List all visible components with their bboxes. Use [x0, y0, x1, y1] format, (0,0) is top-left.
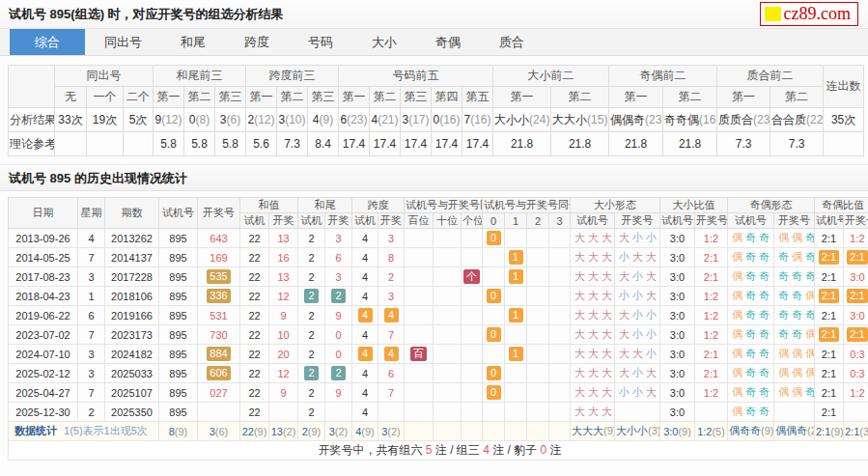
tab-zonghe[interactable]: 综合 [10, 29, 85, 55]
shape-char: 小 [632, 290, 646, 301]
shape-char: 奇 [759, 290, 772, 301]
cell-dx-ratio-shiji: 3:0 [660, 383, 695, 403]
cell-same-pos-bai [405, 383, 434, 403]
cell-hezhi-shiji: 22 [240, 325, 269, 345]
tab-hewei[interactable]: 和尾 [161, 29, 225, 55]
shape-char: 小 [632, 386, 646, 398]
cell-dx-ratio-shiji: 3:0 [660, 267, 695, 287]
cell-haoma-1: 17.4 [339, 132, 370, 156]
cell-same-pos-ge [462, 345, 483, 364]
t1-subheader: 第二 [370, 87, 401, 108]
cell-kuadu-2: 3(10) [277, 108, 308, 132]
shape-char: 大 [574, 309, 588, 321]
cell-issue: 2023173 [105, 325, 159, 345]
tab-daxiao[interactable]: 大小 [352, 29, 416, 55]
cell-shiji-no: 895 [159, 325, 198, 345]
tab-tongchuhao[interactable]: 同出号 [85, 29, 161, 55]
shape-char: 大 [588, 386, 602, 398]
count: (17) [408, 113, 429, 126]
cell-kuadu-shiji: 4 [352, 287, 378, 306]
count: (9) [308, 426, 321, 437]
tab-kuadu[interactable]: 跨度 [225, 29, 289, 55]
cell-hewei-1: 5.8 [154, 132, 184, 156]
t2-header-大小形态: 大小形态 [571, 198, 660, 213]
table-row: 2019-06-226201916689553122929441大大大大小小3:… [9, 306, 868, 325]
value: 13 [271, 426, 283, 437]
tab-jiou[interactable]: 奇偶 [416, 29, 480, 55]
cell-hewei-kai: 9 [325, 383, 352, 403]
shape-pattern: 大大小 [619, 348, 659, 359]
cell-hezhi-shiji: 22 [240, 345, 269, 364]
shape-char: 奇 [759, 348, 772, 359]
match-badge: 884 [207, 347, 230, 361]
value: 1:2 [697, 426, 712, 437]
cell-kuadu-3: 8.4 [308, 132, 339, 156]
cell-same-cnt-3 [549, 345, 571, 364]
shape-char: 奇 [792, 328, 805, 340]
shape-pattern: 大大大 [574, 270, 615, 282]
cell-same-cnt-1: 1 [505, 306, 527, 325]
cell-zhihe-2: 合合质(22) [770, 108, 824, 132]
cell-dx-shape-kai [615, 403, 660, 422]
cell-same-pos-shi [434, 229, 462, 248]
shape-char: 大 [574, 251, 588, 263]
t1-header-质合前二: 质合前二 [717, 66, 824, 87]
stats-row: 数据统计 1(5)表示1出现5次8(9)3(6)22(9)13(2)2(9)3(… [9, 422, 868, 441]
tab-bar: 综合同出号和尾跨度号码大小奇偶质合 [0, 29, 868, 56]
stat-cell-jo-shape-kai: 偶偶奇(2) [774, 422, 815, 441]
cell-haoma-5: 17.4 [462, 132, 493, 156]
t1-subheader: 第一 [339, 87, 370, 108]
cell-hezhi-shiji: 22 [240, 248, 269, 267]
stat-cell-dx-ratio-shiji: 3:0(9) [660, 422, 695, 441]
shape-pattern: 奇奇偶 [778, 290, 815, 301]
shape-char: 偶 [792, 232, 805, 243]
count: (9) [320, 113, 334, 126]
shape-char: 奇 [792, 270, 805, 282]
shape-char: 大 [619, 367, 632, 378]
cell-hewei-kai: 6 [325, 248, 352, 267]
cell-lianchu [824, 132, 864, 156]
t2-header-大小比值: 大小比值 [660, 198, 728, 213]
cell-jo-shape-shiji: 偶奇奇 [728, 403, 774, 422]
cell-hewei-kai: 2 [325, 364, 352, 383]
cell-hewei-3: 5.8 [215, 132, 246, 156]
value: 0 [189, 113, 196, 126]
value: 大大大 [572, 425, 603, 436]
shape-char: 大 [646, 270, 659, 282]
cell-same-pos-ge [462, 229, 483, 248]
site-logo[interactable]: cz89.com [760, 2, 858, 26]
cell-issue: 2024182 [105, 345, 159, 364]
shape-char: 奇 [805, 270, 815, 282]
cell-kai-no: 730 [198, 325, 240, 345]
cell-same-pos-ge [462, 287, 483, 306]
cell-hewei-kai: 3 [325, 229, 352, 248]
value: 3 [220, 113, 227, 126]
cell-kai-no: 336 [198, 287, 240, 306]
t2-subheader: 开奖 [378, 213, 405, 229]
cell-jiou-1: 偶偶奇(23) [609, 108, 663, 132]
stat-cell-hezhi-shiji: 22(9) [240, 422, 269, 441]
cell-dx-shape-kai: 大小大 [615, 364, 660, 383]
cell-date: 2025-04-27 [9, 383, 78, 403]
shape-char: 偶 [732, 406, 745, 417]
cell-same-pos-ge [462, 364, 483, 383]
cell-date: 2018-04-23 [9, 287, 78, 306]
cell-same-cnt-1 [505, 364, 527, 383]
cell-shiji-no: 895 [159, 403, 198, 422]
cell-hewei-shiji: 2 [298, 287, 325, 306]
t1-subheader: 第二 [663, 87, 717, 108]
t2-header-日期: 日期 [9, 198, 78, 229]
match-badge: 2 [331, 289, 346, 303]
cell-jo-shape-kai: 奇偶奇 [774, 248, 815, 267]
t2-header-试机号与开奖号同号: 试机号与开奖号同号 [483, 198, 571, 213]
shape-char: 大 [619, 232, 632, 243]
table-row: 2018-04-2312018106895336221222430大大大小小大3… [9, 287, 868, 306]
shape-char: 大 [632, 348, 646, 359]
tab-zhihe[interactable]: 质合 [480, 29, 544, 55]
stat-cell-dx-shape-kai: 大小小(3) [615, 422, 660, 441]
cell-date: 2023-07-02 [9, 325, 78, 345]
tab-haoma[interactable]: 号码 [289, 29, 352, 55]
t2-header-试机号与开奖号同位: 试机号与开奖号同位 [405, 198, 483, 213]
shape-pattern: 大大大 [574, 386, 615, 398]
cell-jo-ratio-kai: 1:2 [844, 229, 868, 248]
